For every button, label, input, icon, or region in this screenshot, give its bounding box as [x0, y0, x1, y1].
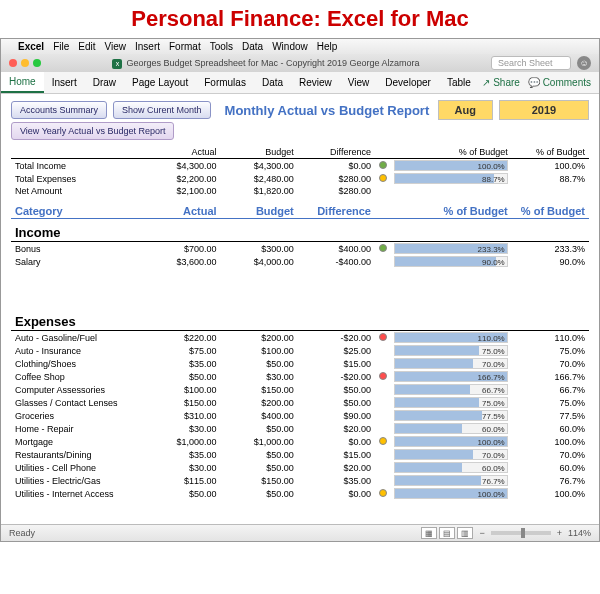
table-row: Total Income $4,300.00 $4,300.00 $0.00 1…	[11, 159, 589, 173]
period-year[interactable]: 2019	[499, 100, 589, 120]
document-title: xGeorges Budget Spreadsheet for Mac - Co…	[41, 58, 491, 69]
budget-bar: 60.0%	[394, 423, 507, 434]
budget-bar: 88.7%	[394, 173, 507, 184]
tab-developer[interactable]: Developer	[377, 73, 439, 92]
zoom-slider[interactable]	[491, 531, 551, 535]
tab-draw[interactable]: Draw	[85, 73, 124, 92]
menu-help[interactable]: Help	[317, 41, 338, 52]
close-icon[interactable]	[9, 59, 17, 67]
feedback-icon[interactable]: ☺	[577, 56, 591, 70]
status-dot-icon	[379, 174, 387, 182]
accounts-summary-button[interactable]: Accounts Summary	[11, 101, 107, 119]
budget-bar: 70.0%	[394, 449, 507, 460]
status-dot-icon	[379, 161, 387, 169]
status-dot-icon	[379, 489, 387, 497]
traffic-lights	[9, 59, 41, 67]
table-row: Utilities - Internet Access $50.00 $50.0…	[11, 487, 589, 500]
view-page-break-icon[interactable]: ▥	[457, 527, 473, 539]
view-normal-icon[interactable]: ▦	[421, 527, 437, 539]
budget-bar: 60.0%	[394, 462, 507, 473]
worksheet[interactable]: Accounts Summary Show Curent Month Month…	[1, 94, 599, 524]
status-dot-icon	[379, 333, 387, 341]
budget-bar: 100.0%	[394, 488, 507, 499]
page-heading: Personal Finance: Excel for Mac	[0, 0, 600, 38]
table-row: Home - Repair $30.00 $50.00 $20.00 60.0%…	[11, 422, 589, 435]
tab-view[interactable]: View	[340, 73, 378, 92]
budget-bar: 77.5%	[394, 410, 507, 421]
excel-doc-icon: x	[112, 59, 122, 69]
category-header: CategoryActualBudgetDifference% of Budge…	[11, 197, 589, 219]
menu-view[interactable]: View	[105, 41, 127, 52]
tab-data[interactable]: Data	[254, 73, 291, 92]
title-bar: xGeorges Budget Spreadsheet for Mac - Co…	[1, 54, 599, 72]
budget-bar: 75.0%	[394, 397, 507, 408]
budget-bar: 100.0%	[394, 436, 507, 447]
tab-insert[interactable]: Insert	[44, 73, 85, 92]
budget-bar: 90.0%	[394, 256, 507, 267]
table-row: Coffee Shop $50.00 $30.00 -$20.00 166.7%…	[11, 370, 589, 383]
table-row: Net Amount $2,100.00 $1,820.00 $280.00	[11, 185, 589, 197]
tab-table[interactable]: Table	[439, 73, 479, 92]
table-row: Salary $3,600.00 $4,000.00 -$400.00 90.0…	[11, 255, 589, 268]
show-current-month-button[interactable]: Show Curent Month	[113, 101, 211, 119]
table-row: Computer Assessories $100.00 $150.00 $50…	[11, 383, 589, 396]
table-row: Utilities - Electric/Gas $115.00 $150.00…	[11, 474, 589, 487]
zoom-level[interactable]: 114%	[568, 528, 591, 538]
menu-tools[interactable]: Tools	[210, 41, 233, 52]
table-row: Groceries $310.00 $400.00 $90.00 77.5% 7…	[11, 409, 589, 422]
status-dot-icon	[379, 372, 387, 380]
budget-bar: 100.0%	[394, 160, 507, 171]
table-row: Mortgage $1,000.00 $1,000.00 $0.00 100.0…	[11, 435, 589, 448]
budget-bar: 66.7%	[394, 384, 507, 395]
income-section: Income	[11, 219, 589, 242]
table-row: Utilities - Cell Phone $30.00 $50.00 $20…	[11, 461, 589, 474]
menu-excel[interactable]: Excel	[18, 41, 44, 52]
summary-header: ActualBudgetDifference% of Budget% of Bu…	[11, 146, 589, 159]
report-grid: ActualBudgetDifference% of Budget% of Bu…	[11, 146, 589, 520]
comments-button[interactable]: 💬 Comments	[528, 77, 591, 88]
menu-edit[interactable]: Edit	[78, 41, 95, 52]
table-row: Bonus $700.00 $300.00 $400.00 233.3% 233…	[11, 242, 589, 256]
status-dot-icon	[379, 437, 387, 445]
table-row: Restaurants/Dining $35.00 $50.00 $15.00 …	[11, 448, 589, 461]
menu-format[interactable]: Format	[169, 41, 201, 52]
budget-bar: 76.7%	[394, 475, 507, 486]
search-input[interactable]: Search Sheet	[491, 56, 571, 70]
view-page-layout-icon[interactable]: ▤	[439, 527, 455, 539]
table-row: Glasses / Contact Lenses $150.00 $200.00…	[11, 396, 589, 409]
budget-bar: 166.7%	[394, 371, 507, 382]
menu-file[interactable]: File	[53, 41, 69, 52]
table-row: Total Expenses $2,200.00 $2,480.00 $280.…	[11, 172, 589, 185]
zoom-in-icon[interactable]: +	[557, 528, 562, 538]
report-title: Monthly Actual vs Budget Report	[225, 103, 432, 118]
expenses-section: Expenses	[11, 308, 589, 331]
menu-data[interactable]: Data	[242, 41, 263, 52]
minimize-icon[interactable]	[21, 59, 29, 67]
tab-home[interactable]: Home	[1, 72, 44, 93]
table-row: Clothing/Shoes $35.00 $50.00 $15.00 70.0…	[11, 357, 589, 370]
status-bar: Ready ▦ ▤ ▥ − + 114%	[1, 524, 599, 541]
view-yearly-button[interactable]: View Yearly Actual vs Budget Report	[11, 122, 174, 140]
budget-bar: 70.0%	[394, 358, 507, 369]
table-row: Auto - Gasoline/Fuel $220.00 $200.00 -$2…	[11, 331, 589, 345]
tab-page-layout[interactable]: Page Layout	[124, 73, 196, 92]
table-row: Auto - Insurance $75.00 $100.00 $25.00 7…	[11, 344, 589, 357]
maximize-icon[interactable]	[33, 59, 41, 67]
zoom-out-icon[interactable]: −	[479, 528, 484, 538]
budget-bar: 75.0%	[394, 345, 507, 356]
excel-window: Excel File Edit View Insert Format Tools…	[0, 38, 600, 542]
tab-review[interactable]: Review	[291, 73, 340, 92]
status-ready: Ready	[9, 528, 35, 538]
share-button[interactable]: ↗ Share	[482, 77, 519, 88]
status-dot-icon	[379, 244, 387, 252]
period-month[interactable]: Aug	[438, 100, 493, 120]
menu-insert[interactable]: Insert	[135, 41, 160, 52]
ribbon-tabs: Home Insert Draw Page Layout Formulas Da…	[1, 72, 599, 94]
budget-bar: 110.0%	[394, 332, 507, 343]
budget-bar: 233.3%	[394, 243, 507, 254]
tab-formulas[interactable]: Formulas	[196, 73, 254, 92]
mac-menubar: Excel File Edit View Insert Format Tools…	[1, 39, 599, 54]
menu-window[interactable]: Window	[272, 41, 308, 52]
